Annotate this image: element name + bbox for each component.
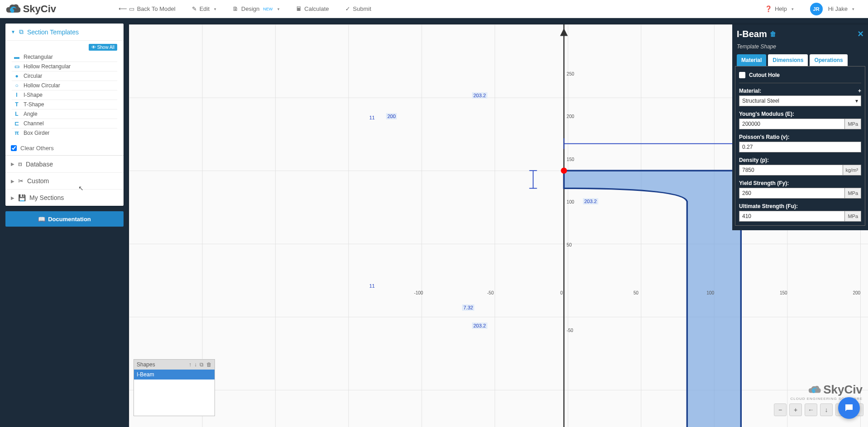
shape-glyph-icon: ○	[14, 82, 20, 89]
pan-down-button[interactable]: ↓	[820, 403, 833, 416]
database-icon: ⧈	[18, 160, 22, 168]
documentation-button[interactable]: 📖 Documentation	[5, 211, 124, 227]
user-menu[interactable]: JR Hi Jake▾	[802, 0, 863, 18]
chevron-right-icon: ▶	[11, 195, 14, 200]
x-tick-label: 200	[853, 290, 860, 295]
chat-button[interactable]	[838, 397, 860, 419]
fy-unit: MPa	[845, 188, 861, 199]
shape-glyph-icon: L	[14, 111, 20, 117]
template-item-hollow-rectangular[interactable]: ▭Hollow Rectangular	[12, 62, 117, 71]
shape-glyph-icon: I	[14, 92, 20, 98]
custom-header[interactable]: ▶ ✂ Custom	[5, 173, 124, 190]
database-header[interactable]: ▶ ⧈ Database	[5, 155, 124, 173]
template-item-label: Hollow Rectangular	[24, 63, 71, 70]
shape-glyph-icon: ⊏	[14, 120, 20, 127]
den-label: Density (p):	[739, 157, 861, 163]
pr-input[interactable]: 0.27	[739, 142, 861, 152]
shape-glyph-icon: ▬	[14, 54, 20, 60]
dim-flange-t1[interactable]: 11	[369, 115, 375, 120]
dim-width-bottom[interactable]: 203.2	[472, 323, 487, 329]
template-list: ▬Rectangular▭Hollow Rectangular●Circular…	[5, 51, 124, 141]
fy-input[interactable]: 260	[739, 188, 845, 199]
shapes-panel-title: Shapes	[137, 361, 155, 368]
copy-icon[interactable]: ⧉	[200, 361, 204, 368]
template-item-channel[interactable]: ⊏Channel	[12, 119, 117, 128]
dim-width-top[interactable]: 203.2	[472, 92, 487, 99]
den-unit: kg/m³	[843, 165, 862, 176]
custom-icon: ✂	[18, 177, 24, 185]
shapes-panel: Shapes ↑ ↓ ⧉ 🗑 I-Beam	[134, 359, 215, 416]
template-item-label: T-Shape	[24, 101, 44, 108]
brand-text: SkyCiv	[23, 3, 56, 15]
my-sections-label: My Sections	[29, 194, 64, 201]
dim-height[interactable]: 203.2	[583, 198, 598, 204]
move-down-icon[interactable]: ↓	[194, 361, 197, 368]
show-all-button[interactable]: 👁 Show All	[89, 44, 117, 51]
close-panel-button[interactable]: ×	[858, 28, 863, 40]
clear-others-row[interactable]: Clear Others	[5, 141, 124, 155]
panel-title: I-Beam 🗑	[737, 29, 776, 39]
design-menu[interactable]: 🗎 DesignNEW▾	[224, 0, 287, 18]
ym-unit: MPa	[845, 119, 861, 129]
template-item-label: Circular	[24, 73, 42, 79]
y-tick-label: 200	[567, 114, 574, 119]
edit-menu[interactable]: ✎ Edit▾	[184, 0, 224, 18]
material-select[interactable]: Structural Steel	[739, 95, 861, 106]
shapes-panel-body[interactable]	[134, 380, 215, 416]
cutout-checkbox[interactable]	[739, 72, 745, 78]
database-label: Database	[26, 161, 53, 168]
template-new-icon: ⧉	[19, 28, 24, 36]
delete-icon[interactable]: 🗑	[206, 361, 212, 368]
svg-point-6	[561, 167, 567, 174]
add-material-button[interactable]: +	[858, 88, 861, 94]
main-area: ▼ ⧉ Section Templates 👁 Show All ▬Rectan…	[0, 18, 868, 427]
help-menu[interactable]: ❓ Help▾	[757, 0, 802, 18]
brand-logo: SkyCiv	[5, 3, 56, 15]
fu-input[interactable]: 410	[739, 211, 845, 222]
properties-panel: I-Beam 🗑 × Template Shape Material Dimen…	[732, 24, 868, 230]
x-tick-label: -100	[414, 290, 423, 295]
ym-input[interactable]: 200000	[739, 119, 845, 129]
chevron-right-icon: ▶	[11, 179, 14, 184]
template-item-hollow-circular[interactable]: ○Hollow Circular	[12, 81, 117, 90]
template-item-circular[interactable]: ●Circular	[12, 71, 117, 81]
panel-subtitle: Template Shape	[735, 43, 865, 54]
tab-dimensions[interactable]: Dimensions	[768, 54, 808, 66]
dim-web-t[interactable]: 7.32	[462, 304, 474, 311]
pan-left-button[interactable]: ←	[805, 403, 817, 416]
delete-shape-icon[interactable]: 🗑	[770, 30, 776, 38]
dim-val-200[interactable]: 200	[386, 113, 397, 119]
template-item-i-shape[interactable]: II-Shape	[12, 90, 117, 100]
template-item-t-shape[interactable]: TT-Shape	[12, 100, 117, 109]
dim-flange-t2[interactable]: 11	[369, 283, 375, 289]
x-tick-label: 50	[634, 290, 639, 295]
x-tick-label: -50	[487, 290, 493, 295]
submit-button[interactable]: ✓ Submit	[337, 0, 379, 18]
pr-label: Poisson's Ratio (v):	[739, 134, 861, 140]
zoom-out-button[interactable]: −	[774, 403, 787, 416]
clear-others-checkbox[interactable]	[11, 145, 17, 151]
shape-glyph-icon: ●	[14, 73, 20, 79]
calculate-button[interactable]: 🖩 Calculate	[288, 0, 337, 18]
fu-unit: MPa	[845, 211, 861, 222]
panel-tabs: Material Dimensions Operations	[735, 54, 865, 66]
zoom-in-button[interactable]: +	[789, 403, 802, 416]
save-icon: 💾	[18, 194, 26, 201]
section-templates-header[interactable]: ▼ ⧉ Section Templates	[5, 24, 124, 41]
move-up-icon[interactable]: ↑	[189, 361, 191, 368]
template-item-rectangular[interactable]: ▬Rectangular	[12, 52, 117, 62]
y-tick-label: 50	[567, 242, 572, 247]
shape-row-selected[interactable]: I-Beam	[134, 370, 215, 380]
my-sections-header[interactable]: ▶ 💾 My Sections	[5, 190, 124, 206]
tab-operations[interactable]: Operations	[810, 54, 847, 66]
template-item-angle[interactable]: LAngle	[12, 109, 117, 119]
shape-glyph-icon: T	[14, 101, 20, 108]
template-item-box-girder[interactable]: πBox Girder	[12, 128, 117, 138]
tab-material[interactable]: Material	[737, 54, 766, 66]
section-templates-title: Section Templates	[27, 28, 79, 36]
material-label: Material:+	[739, 88, 861, 94]
back-to-model-button[interactable]: ⟵ ▭ Back To Model	[110, 0, 184, 18]
template-item-label: Angle	[24, 111, 38, 117]
den-input[interactable]: 7850	[739, 165, 843, 176]
cutout-hole-row[interactable]: Cutout Hole	[739, 70, 861, 83]
